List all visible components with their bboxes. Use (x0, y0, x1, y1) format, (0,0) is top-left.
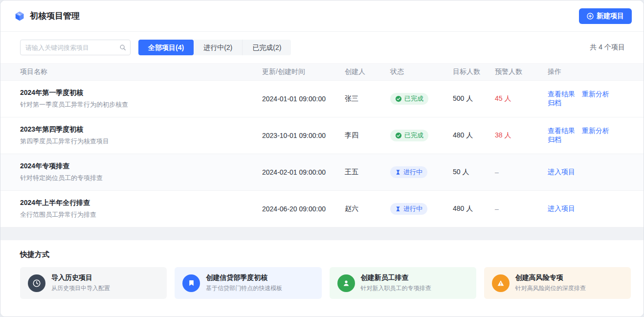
project-time: 2024-06-20 09:00:00 (262, 205, 345, 213)
table-row: 2024年上半年全行排查 全行范围员工异常行为排查 2024-06-20 09:… (0, 191, 644, 227)
check-circle-icon (395, 95, 402, 102)
project-desc: 全行范围员工异常行为排查 (20, 210, 262, 219)
shortcut-desc: 基于信贷部门特点的快速模板 (206, 284, 282, 293)
table-row: 2024年专项排查 针对特定岗位员工的专项排查 2024-02-01 09:00… (0, 154, 644, 191)
action-reanalyze[interactable]: 重新分析 (582, 127, 609, 135)
project-name: 2024年第一季度初核 (20, 89, 262, 97)
action-archive[interactable]: 归档 (548, 136, 561, 143)
col-header-name: 项目名称 (20, 68, 262, 76)
shortcut-credit-quarterly[interactable]: 创建信贷部季度初核 基于信贷部门特点的快速模板 (175, 267, 321, 299)
table-header-row: 项目名称 更新/创建时间 创建人 状态 目标人数 预警人数 操作 (0, 63, 644, 81)
project-time: 2023-10-01 09:00:00 (262, 132, 345, 139)
project-status-cell: 进行中 (390, 166, 453, 178)
project-creator: 张三 (345, 94, 390, 103)
status-badge: 进行中 (390, 203, 427, 215)
table-row: 2023年第四季度初核 第四季度员工异常行为核查项目 2023-10-01 09… (0, 117, 644, 154)
status-badge: 已完成 (390, 130, 428, 141)
project-time: 2024-02-01 09:00:00 (262, 168, 345, 176)
project-target: 500 人 (453, 94, 495, 103)
action-reanalyze[interactable]: 重新分析 (582, 90, 609, 98)
shortcut-text: 导入历史项目 从历史项目中导入配置 (51, 273, 110, 293)
shortcut-desc: 从历史项目中导入配置 (51, 284, 110, 293)
shortcut-title: 创建新员工排查 (361, 273, 431, 282)
project-actions: 查看结果 重新分析 归档 (548, 127, 624, 144)
search-icon[interactable] (119, 44, 126, 51)
app-window: 初核项目管理 新建项目 (0, 0, 644, 317)
status-label: 已完成 (404, 131, 423, 140)
bookmark-icon (182, 274, 200, 292)
shortcut-high-risk[interactable]: 创建高风险专项 针对高风险岗位的深度排查 (484, 267, 631, 299)
project-name: 2024年专项排查 (20, 162, 262, 171)
shortcut-text: 创建高风险专项 针对高风险岗位的深度排查 (515, 273, 586, 293)
project-creator: 王五 (345, 168, 390, 177)
warning-icon (492, 274, 510, 292)
project-actions: 进入项目 (548, 168, 624, 177)
shortcut-title: 导入历史项目 (51, 273, 110, 282)
status-badge: 进行中 (390, 166, 427, 178)
clock-icon (28, 274, 45, 292)
project-target: 480 人 (453, 131, 495, 140)
shortcut-text: 创建新员工排查 针对新入职员工的专项排查 (361, 273, 431, 293)
main-panel: 初核项目管理 新建项目 (0, 0, 644, 227)
project-warning: 38 人 (495, 131, 548, 140)
shortcut-text: 创建信贷部季度初核 基于信贷部门特点的快速模板 (206, 273, 282, 293)
page-header: 初核项目管理 新建项目 (0, 0, 644, 32)
person-icon (337, 274, 355, 292)
action-archive[interactable]: 归档 (548, 99, 561, 107)
search-box (20, 40, 131, 55)
project-status-cell: 已完成 (390, 130, 453, 141)
table-row: 2024年第一季度初核 针对第一季度员工异常行为的初步核查 2024-01-01… (0, 81, 644, 117)
tab-all-projects[interactable]: 全部项目(4) (138, 40, 194, 55)
filter-tabs: 全部项目(4) 进行中(2) 已完成(2) (138, 40, 291, 55)
project-time: 2024-01-01 09:00:00 (262, 95, 345, 103)
project-count-text: 共 4 个项目 (590, 43, 632, 52)
project-warning: 45 人 (495, 94, 548, 103)
plus-circle-icon (587, 13, 594, 20)
project-warning: – (495, 168, 548, 176)
shortcut-title: 创建高风险专项 (515, 273, 586, 282)
project-name-cell: 2024年第一季度初核 针对第一季度员工异常行为的初步核查 (20, 89, 262, 109)
app-logo-cube-icon (14, 11, 25, 22)
title-wrap: 初核项目管理 (14, 10, 80, 22)
status-label: 进行中 (403, 168, 422, 177)
new-project-button[interactable]: 新建项目 (579, 8, 632, 24)
col-header-status: 状态 (390, 68, 453, 76)
project-table: 项目名称 更新/创建时间 创建人 状态 目标人数 预警人数 操作 2024年第一… (0, 63, 644, 227)
col-header-target: 目标人数 (453, 68, 495, 76)
status-badge: 已完成 (390, 93, 428, 105)
col-header-warning: 预警人数 (495, 68, 548, 76)
shortcut-desc: 针对高风险岗位的深度排查 (515, 284, 586, 293)
project-name: 2024年上半年全行排查 (20, 199, 262, 207)
col-header-time: 更新/创建时间 (262, 68, 345, 76)
shortcut-title: 创建信贷部季度初核 (206, 273, 282, 282)
col-header-creator: 创建人 (345, 68, 390, 76)
tab-completed[interactable]: 已完成(2) (242, 40, 291, 55)
action-enter-project[interactable]: 进入项目 (548, 168, 575, 176)
project-target: 480 人 (453, 204, 495, 213)
tab-in-progress[interactable]: 进行中(2) (194, 40, 242, 55)
project-status-cell: 已完成 (390, 93, 453, 105)
action-enter-project[interactable]: 进入项目 (548, 204, 575, 212)
col-header-actions: 操作 (548, 68, 624, 76)
shortcut-new-employee[interactable]: 创建新员工排查 针对新入职员工的专项排查 (330, 267, 476, 299)
project-name-cell: 2023年第四季度初核 第四季度员工异常行为核查项目 (20, 125, 262, 146)
project-creator: 李四 (345, 131, 390, 140)
new-project-label: 新建项目 (597, 12, 624, 21)
shortcut-import-history[interactable]: 导入历史项目 从历史项目中导入配置 (20, 267, 167, 299)
project-desc: 第四季度员工异常行为核查项目 (20, 137, 262, 146)
shortcuts-title: 快捷方式 (20, 250, 631, 259)
page-title: 初核项目管理 (30, 10, 80, 22)
project-creator: 赵六 (345, 204, 390, 213)
project-desc: 针对特定岗位员工的专项排查 (20, 174, 262, 182)
project-target: 50 人 (453, 168, 495, 177)
shortcut-desc: 针对新入职员工的专项排查 (361, 284, 431, 293)
status-label: 已完成 (404, 94, 423, 103)
shortcuts-section: 快捷方式 导入历史项目 从历史项目中导入配置 (0, 240, 644, 317)
action-view-results[interactable]: 查看结果 (548, 90, 575, 98)
project-name-cell: 2024年专项排查 针对特定岗位员工的专项排查 (20, 162, 262, 182)
action-view-results[interactable]: 查看结果 (548, 127, 575, 135)
project-desc: 针对第一季度员工异常行为的初步核查 (20, 100, 262, 109)
shortcut-cards: 导入历史项目 从历史项目中导入配置 创建信贷部季度初核 基于信贷部门特点的快速模… (20, 267, 631, 299)
search-input[interactable] (20, 40, 131, 55)
project-name-cell: 2024年上半年全行排查 全行范围员工异常行为排查 (20, 199, 262, 219)
